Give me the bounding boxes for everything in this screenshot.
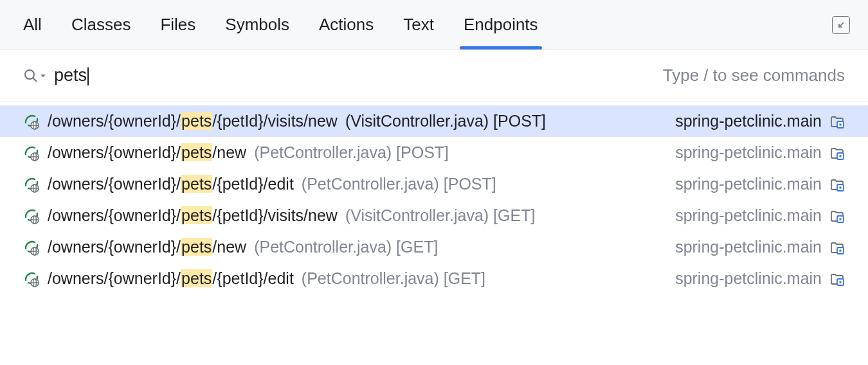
svg-rect-20 [840, 218, 842, 220]
open-in-tool-window-button[interactable] [832, 16, 850, 34]
path-post: /{petId}/edit [212, 269, 294, 287]
open-in-tool-window-icon [836, 20, 846, 30]
result-path: /owners/{ownerId}/pets/{petId}/visits/ne… [48, 112, 338, 130]
result-module: spring-petclinic.main [675, 206, 822, 225]
path-match: pets [181, 206, 212, 224]
result-module: spring-petclinic.main [675, 112, 822, 130]
result-path: /owners/{ownerId}/pets/{petId}/edit [48, 175, 294, 193]
text-cursor [87, 67, 89, 85]
path-pre: /owners/{ownerId}/ [48, 175, 181, 193]
svg-point-0 [25, 70, 34, 79]
search-everywhere-popup: AllClassesFilesSymbolsActionsTextEndpoin… [0, 0, 868, 365]
path-post: /{petId}/edit [212, 175, 294, 193]
result-path: /owners/{ownerId}/pets/new [48, 143, 246, 162]
svg-rect-10 [840, 155, 842, 157]
search-icon[interactable] [23, 68, 46, 84]
path-match: pets [181, 175, 212, 193]
tab-bar: AllClassesFilesSymbolsActionsTextEndpoin… [0, 0, 868, 50]
tab-text[interactable]: Text [403, 0, 434, 49]
result-path: /owners/{ownerId}/pets/new [48, 238, 246, 256]
tab-actions[interactable]: Actions [319, 0, 374, 49]
endpoint-icon [23, 239, 40, 256]
path-pre: /owners/{ownerId}/ [48, 206, 181, 224]
path-post: /{petId}/visits/new [212, 206, 338, 224]
search-input[interactable]: pets [54, 66, 655, 85]
module-icon [829, 145, 845, 161]
module-icon [829, 177, 845, 192]
path-post: /{petId}/visits/new [212, 112, 338, 130]
path-post: /new [212, 238, 246, 256]
search-value: pets [54, 66, 87, 85]
result-module: spring-petclinic.main [675, 238, 822, 256]
tab-all[interactable]: All [23, 0, 42, 49]
path-pre: /owners/{ownerId}/ [48, 238, 181, 256]
result-location: (PetController.java) [POST] [254, 143, 449, 162]
path-pre: /owners/{ownerId}/ [48, 143, 181, 161]
tab-endpoints[interactable]: Endpoints [464, 0, 538, 49]
result-row[interactable]: /owners/{ownerId}/pets/{petId}/edit (Pet… [0, 168, 868, 200]
svg-rect-30 [840, 281, 842, 283]
result-module: spring-petclinic.main [675, 269, 822, 288]
path-match: pets [181, 143, 212, 161]
path-pre: /owners/{ownerId}/ [48, 112, 181, 130]
result-location: (PetController.java) [GET] [302, 269, 485, 288]
result-row[interactable]: /owners/{ownerId}/pets/new (PetControlle… [0, 137, 868, 168]
result-row[interactable]: /owners/{ownerId}/pets/{petId}/visits/ne… [0, 200, 868, 231]
results-list: /owners/{ownerId}/pets/{petId}/visits/ne… [0, 102, 868, 365]
endpoint-icon [23, 145, 40, 161]
result-location: (VisitController.java) [POST] [345, 112, 546, 130]
path-match: pets [181, 269, 212, 287]
endpoint-icon [23, 271, 40, 287]
path-match: pets [181, 112, 212, 130]
module-icon [829, 114, 845, 129]
endpoint-icon [23, 208, 40, 224]
endpoint-icon [23, 176, 40, 193]
tab-symbols[interactable]: Symbols [225, 0, 289, 49]
module-icon [829, 208, 845, 224]
search-bar: pets Type / to see commands [0, 50, 868, 102]
result-module: spring-petclinic.main [675, 175, 822, 193]
result-path: /owners/{ownerId}/pets/{petId}/edit [48, 269, 294, 288]
result-row[interactable]: /owners/{ownerId}/pets/{petId}/visits/ne… [0, 105, 868, 137]
result-row[interactable]: /owners/{ownerId}/pets/{petId}/edit (Pet… [0, 263, 868, 294]
svg-rect-15 [840, 186, 842, 188]
path-match: pets [181, 238, 212, 256]
tabs: AllClassesFilesSymbolsActionsTextEndpoin… [23, 0, 538, 49]
result-module: spring-petclinic.main [675, 143, 822, 162]
search-hint: Type / to see commands [663, 66, 845, 85]
result-location: (VisitController.java) [GET] [345, 206, 535, 225]
chevron-down-icon [40, 73, 46, 79]
result-location: (PetController.java) [POST] [302, 175, 496, 193]
svg-rect-5 [840, 123, 842, 125]
module-icon [829, 240, 845, 255]
svg-rect-25 [840, 249, 842, 251]
tab-classes[interactable]: Classes [71, 0, 131, 49]
endpoint-icon [23, 113, 40, 130]
path-pre: /owners/{ownerId}/ [48, 269, 181, 287]
path-post: /new [212, 143, 246, 161]
result-row[interactable]: /owners/{ownerId}/pets/new (PetControlle… [0, 231, 868, 263]
result-path: /owners/{ownerId}/pets/{petId}/visits/ne… [48, 206, 338, 225]
module-icon [829, 271, 845, 287]
tab-files[interactable]: Files [160, 0, 195, 49]
result-location: (PetController.java) [GET] [254, 238, 438, 256]
